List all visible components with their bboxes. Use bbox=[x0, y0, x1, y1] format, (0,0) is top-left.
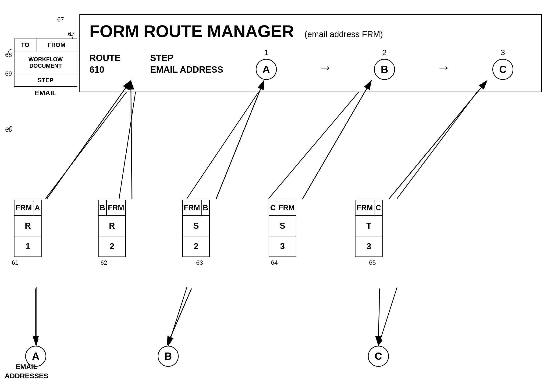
diagram-container: 67 67 TO FROM WORKFLOW DOCUMENT STEP EMA… bbox=[0, 0, 558, 392]
arrow-2-3: → bbox=[437, 59, 451, 75]
ref-64: 64 bbox=[271, 259, 278, 266]
svg-line-2 bbox=[119, 77, 138, 199]
from-cell: FROM bbox=[36, 39, 77, 51]
svg-line-16 bbox=[167, 288, 192, 345]
card-65-tl: FRM bbox=[355, 200, 374, 216]
email-document: 67 TO FROM WORKFLOW DOCUMENT STEP EMAIL bbox=[14, 30, 77, 97]
card-61-bot: 1 bbox=[14, 236, 41, 257]
svg-line-8 bbox=[378, 287, 397, 346]
route-info: ROUTE 610 bbox=[89, 52, 136, 75]
card-63-table: FRM B S 2 bbox=[182, 200, 210, 257]
card-62-tr: FRM bbox=[106, 200, 125, 216]
card-65-tr: C bbox=[374, 200, 382, 216]
ref-65: 65 bbox=[369, 259, 376, 266]
card-61-tr: A bbox=[33, 200, 41, 216]
svg-line-5 bbox=[397, 77, 488, 199]
circle-C-bottom: C bbox=[368, 346, 389, 367]
card-61-tl: FRM bbox=[14, 200, 33, 216]
svg-line-4 bbox=[269, 77, 371, 199]
step-circle-A: A bbox=[256, 59, 277, 80]
card-61: FRM A R 1 61 bbox=[14, 200, 42, 257]
step-number-2: 2 bbox=[382, 48, 387, 57]
ref-62: 62 bbox=[100, 259, 107, 266]
card-61-table: FRM A R 1 bbox=[14, 200, 42, 257]
to-cell: TO bbox=[14, 39, 36, 51]
card-62-tl: B bbox=[98, 200, 106, 216]
card-64-tl: C bbox=[269, 200, 277, 216]
ref-67-label: 67 bbox=[14, 30, 77, 38]
card-63-tl: FRM bbox=[183, 200, 201, 216]
card-62-bot: 2 bbox=[98, 236, 125, 257]
ref-61: 61 bbox=[12, 259, 18, 266]
svg-line-10 bbox=[47, 81, 131, 199]
card-65-mid: T bbox=[355, 216, 382, 236]
arrow-1-2: → bbox=[318, 59, 332, 75]
card-62-table: B FRM R 2 bbox=[98, 200, 126, 257]
ref-66: 66 bbox=[5, 126, 12, 133]
card-63-bot: 2 bbox=[183, 236, 209, 257]
email-label: EMAIL bbox=[14, 89, 77, 97]
card-62: B FRM R 2 62 bbox=[98, 200, 126, 257]
svg-line-12 bbox=[216, 81, 264, 199]
card-64-table: C FRM S 3 bbox=[269, 200, 296, 257]
card-65-table: FRM C T 3 bbox=[355, 200, 383, 257]
workflow-cell: WORKFLOW DOCUMENT bbox=[14, 51, 77, 74]
frm-content: ROUTE 610 STEP EMAIL ADDRESS 1 A → 2 B bbox=[89, 48, 532, 80]
step-circle-B: B bbox=[374, 59, 395, 80]
svg-line-11 bbox=[131, 81, 132, 199]
svg-line-7 bbox=[168, 287, 187, 346]
card-63: FRM B S 2 63 bbox=[182, 200, 210, 257]
card-61-mid: R bbox=[14, 216, 41, 236]
step-info: STEP EMAIL ADDRESS bbox=[150, 52, 223, 75]
email-doc-table: TO FROM WORKFLOW DOCUMENT STEP bbox=[14, 39, 77, 87]
frm-subtitle: (email address FRM) bbox=[304, 29, 383, 39]
svg-line-13 bbox=[303, 81, 371, 199]
step-number-1: 1 bbox=[264, 48, 268, 57]
step-circle-C: C bbox=[492, 59, 513, 80]
card-65: FRM C T 3 65 bbox=[355, 200, 383, 257]
step-cell: STEP bbox=[14, 74, 77, 87]
card-64: C FRM S 3 64 bbox=[269, 200, 296, 257]
ref-68: 68 bbox=[5, 51, 12, 59]
card-63-tr: B bbox=[201, 200, 209, 216]
step-flow: 1 A → 2 B → 3 C bbox=[237, 48, 532, 80]
ref-67: 67 bbox=[57, 16, 64, 23]
ref-63: 63 bbox=[196, 259, 203, 266]
card-65-bot: 3 bbox=[355, 236, 382, 257]
card-64-bot: 3 bbox=[269, 236, 296, 257]
svg-line-3 bbox=[187, 77, 269, 199]
card-64-mid: S bbox=[269, 216, 296, 236]
svg-line-17 bbox=[378, 288, 380, 345]
circle-B-bottom: B bbox=[158, 346, 179, 367]
email-addresses-label: EMAILADDRESSES bbox=[5, 362, 48, 380]
card-64-tr: FRM bbox=[277, 200, 296, 216]
step-node-2: 2 B bbox=[374, 48, 395, 80]
card-62-mid: R bbox=[98, 216, 125, 236]
step-node-3: 3 C bbox=[492, 48, 513, 80]
svg-line-14 bbox=[389, 81, 487, 199]
ref-69: 69 bbox=[5, 70, 12, 77]
frm-manager-box: FORM ROUTE MANAGER (email address FRM) R… bbox=[79, 14, 542, 92]
step-number-3: 3 bbox=[501, 48, 505, 57]
step-node-1: 1 A bbox=[256, 48, 277, 80]
frm-title: FORM ROUTE MANAGER bbox=[89, 22, 294, 41]
card-63-mid: S bbox=[183, 216, 209, 236]
